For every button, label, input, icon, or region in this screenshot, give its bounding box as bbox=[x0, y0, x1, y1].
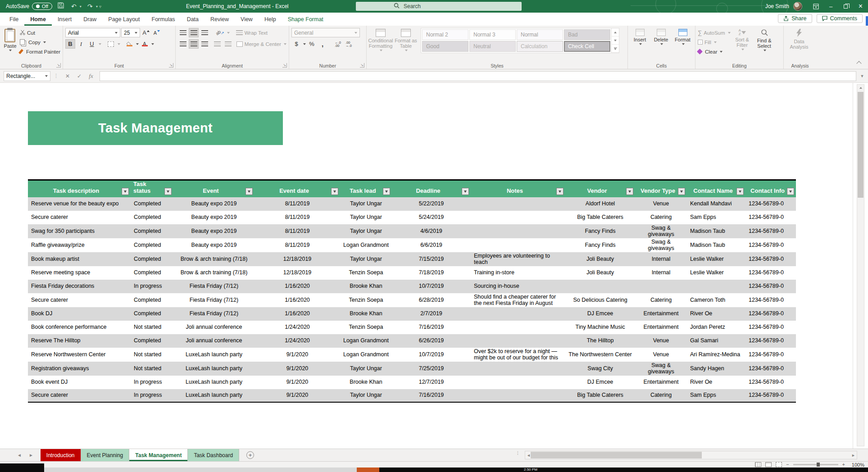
normal-view-button[interactable] bbox=[755, 462, 761, 467]
cell-event[interactable]: Fiesta Friday (7/12) bbox=[173, 293, 254, 307]
cell-contact-info[interactable]: 1234-56789-0 bbox=[745, 376, 796, 389]
cell-event[interactable]: LuxeLash launch party bbox=[173, 362, 254, 376]
cell-task-status[interactable]: In progress bbox=[131, 280, 173, 293]
cell-notes[interactable]: Training in-store bbox=[471, 266, 565, 280]
cell-contact-info[interactable]: 1234-56789-0 bbox=[745, 307, 796, 321]
cell-contact-name[interactable]: Leslie Walker bbox=[687, 252, 745, 266]
cell-contact-info[interactable]: 1234-56789-0 bbox=[745, 224, 796, 238]
cell-vendor-type[interactable]: Venue bbox=[635, 348, 687, 362]
cell-event[interactable]: Brow & arch training (7/18) bbox=[173, 266, 254, 280]
cell-deadline[interactable]: 7/15/2019 bbox=[392, 252, 471, 266]
cell-task-status[interactable]: Completed bbox=[131, 252, 173, 266]
ribbon-tab-home[interactable]: Home bbox=[24, 13, 52, 26]
cell-deadline[interactable]: 5/22/2019 bbox=[392, 197, 471, 211]
cell-event[interactable]: LuxeLash launch party bbox=[173, 348, 254, 362]
cell-event-date[interactable]: 9/1/2020 bbox=[254, 389, 340, 402]
decrease-decimal-button[interactable]: .00→.0 bbox=[344, 39, 354, 49]
alignment-dialog-launcher[interactable]: ↘ bbox=[282, 63, 287, 68]
filter-button-task-description[interactable] bbox=[122, 188, 129, 195]
cell-task-description[interactable]: Registration giveaways bbox=[28, 362, 131, 376]
copy-button[interactable]: Copy bbox=[20, 37, 60, 47]
cell-notes[interactable] bbox=[471, 321, 565, 334]
merge-center-button[interactable]: Merge & Center bbox=[236, 39, 286, 49]
styles-scroll-down-icon[interactable] bbox=[612, 36, 619, 45]
cell-task-lead[interactable]: Taylor Ungar bbox=[340, 211, 392, 224]
font-size-select[interactable]: 25 bbox=[121, 28, 140, 37]
cell-contact-name[interactable]: Madison Taub bbox=[687, 238, 745, 252]
cell-notes[interactable] bbox=[471, 334, 565, 348]
cell-event-date[interactable]: 9/1/2020 bbox=[254, 348, 340, 362]
cell-task-lead[interactable]: Tenzin Soepa bbox=[340, 293, 392, 307]
styles-scroll-up-icon[interactable] bbox=[612, 28, 619, 36]
cell-task-description[interactable]: Reserve The Hilltop bbox=[28, 334, 131, 348]
cell-contact-info[interactable]: 1234-56789-0 bbox=[745, 266, 796, 280]
scroll-right-icon[interactable]: ► bbox=[851, 451, 855, 459]
filter-button-vendor-type[interactable] bbox=[678, 188, 685, 195]
cell-contact-info[interactable]: 1234-56789-0 bbox=[745, 211, 796, 224]
cell-task-lead[interactable]: Brooke Khan bbox=[340, 307, 392, 321]
cell-contact-name[interactable] bbox=[687, 280, 745, 293]
cell-contact-info[interactable]: 1234-56789-0 bbox=[745, 362, 796, 376]
cell-vendor[interactable]: The Hilltop bbox=[565, 334, 635, 348]
filter-button-task-lead[interactable] bbox=[383, 188, 390, 195]
cell-vendor[interactable]: Aldorf Hotel bbox=[565, 197, 635, 211]
cell-vendor-type[interactable]: Internal bbox=[635, 266, 687, 280]
cell-notes[interactable] bbox=[471, 197, 565, 211]
align-middle-button[interactable] bbox=[189, 28, 199, 37]
cell-contact-name[interactable]: Ari Ramírez-Medina bbox=[687, 348, 745, 362]
font-name-select[interactable]: Arial bbox=[65, 28, 120, 37]
conditional-formatting-button[interactable]: Conditional Formatting bbox=[369, 28, 392, 51]
filter-button-task-status[interactable] bbox=[164, 188, 172, 195]
cell-task-status[interactable]: Completed bbox=[131, 293, 173, 307]
cell-task-description[interactable]: Book event DJ bbox=[28, 376, 131, 389]
filter-button-event-date[interactable] bbox=[331, 188, 338, 195]
cell-vendor[interactable]: Joli Beauty bbox=[565, 252, 635, 266]
cell-contact-name[interactable]: Sam Epps bbox=[687, 211, 745, 224]
ribbon-tab-review[interactable]: Review bbox=[205, 13, 235, 26]
cell-task-lead[interactable]: Logan Grandmont bbox=[340, 348, 392, 362]
zoom-level[interactable]: 100% bbox=[849, 462, 864, 467]
cell-vendor[interactable]: Big Table Caterers bbox=[565, 389, 635, 402]
redo-icon[interactable]: ↷ bbox=[86, 0, 95, 13]
cell-task-lead[interactable]: Taylor Ungar bbox=[340, 389, 392, 402]
cell-contact-info[interactable]: 1234-56789-0 bbox=[745, 238, 796, 252]
new-sheet-button[interactable]: + bbox=[246, 451, 254, 459]
accounting-format-button[interactable]: $ bbox=[291, 39, 301, 49]
ribbon-tab-help[interactable]: Help bbox=[259, 13, 282, 26]
cell-notes[interactable] bbox=[471, 307, 565, 321]
cell-event-date[interactable]: 8/11/2019 bbox=[254, 211, 340, 224]
sheet-tab-task-management[interactable]: Task Management bbox=[129, 449, 188, 461]
filter-button-deadline[interactable] bbox=[462, 188, 469, 195]
minimize-icon[interactable]: – bbox=[823, 0, 838, 13]
cell-task-status[interactable]: Not started bbox=[131, 362, 173, 376]
cell-deadline[interactable]: 6/28/2019 bbox=[392, 293, 471, 307]
italic-button[interactable]: I bbox=[76, 39, 86, 49]
name-box[interactable]: Rectangle... bbox=[4, 71, 50, 81]
cell-deadline[interactable]: 4/6/2019 bbox=[392, 224, 471, 238]
format-as-table-button[interactable]: Format as Table bbox=[394, 28, 418, 51]
cell-task-status[interactable]: Completed bbox=[131, 211, 173, 224]
cancel-icon[interactable]: ✕ bbox=[62, 73, 73, 79]
cell-task-lead[interactable]: Taylor Ungar bbox=[340, 252, 392, 266]
cell-event[interactable]: Beauty expo 2019 bbox=[173, 197, 254, 211]
cell-deadline[interactable]: 7/18/2019 bbox=[392, 266, 471, 280]
cell-deadline[interactable]: 7/16/2019 bbox=[392, 321, 471, 334]
cell-task-lead[interactable]: Taylor Ungar bbox=[340, 197, 392, 211]
bold-button[interactable]: B bbox=[65, 39, 75, 49]
cell-task-lead[interactable]: Taylor Ungar bbox=[340, 362, 392, 376]
cell-task-status[interactable]: In progress bbox=[131, 389, 173, 402]
ribbon-tab-insert[interactable]: Insert bbox=[52, 13, 77, 26]
sort-filter-button[interactable]: AZ Sort & Filter bbox=[732, 28, 752, 50]
ribbon-tab-view[interactable]: View bbox=[235, 13, 259, 26]
cell-event-date[interactable]: 1/16/2020 bbox=[254, 293, 340, 307]
filter-button-notes[interactable] bbox=[556, 188, 564, 195]
cell-event-date[interactable]: 8/11/2019 bbox=[254, 238, 340, 252]
formula-input[interactable] bbox=[100, 71, 856, 81]
cell-event-date[interactable]: 9/1/2020 bbox=[254, 362, 340, 376]
page-break-preview-button[interactable] bbox=[776, 462, 782, 467]
ribbon-tab-page-layout[interactable]: Page Layout bbox=[102, 13, 145, 26]
cell-event-date[interactable]: 8/11/2019 bbox=[254, 224, 340, 238]
cell-task-lead[interactable]: Brooke Khan bbox=[340, 280, 392, 293]
cell-deadline[interactable]: 6/26/2019 bbox=[392, 334, 471, 348]
cell-event-date[interactable]: 1/24/2020 bbox=[254, 321, 340, 334]
